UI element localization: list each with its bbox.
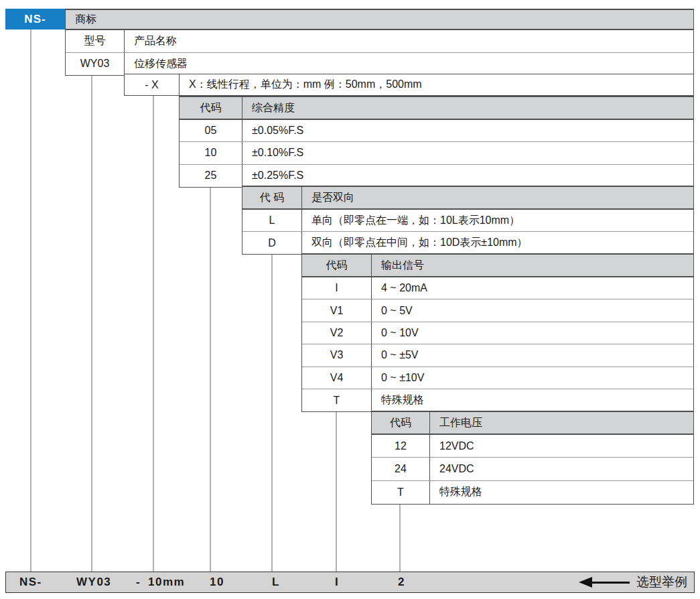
code-cell: 10	[180, 142, 242, 163]
table-row: I 4 ~ 20mA	[302, 277, 693, 300]
table-row: 型号 产品名称	[66, 30, 693, 53]
table-row: V4 0 ~ ±10V	[302, 367, 693, 389]
example-part-voltage: 2	[398, 576, 405, 589]
example-part-stroke: 10mm	[148, 576, 185, 589]
trademark-label: 商标	[75, 13, 96, 27]
selection-example-bar: NS- WY03 - 10mm 10 L I 2 选型举例	[5, 572, 695, 593]
accuracy-table: 代码 综合精度 05 ±0.05%F.S 10 ±0.10%F.S 25 ±0.…	[179, 96, 694, 188]
example-part-accuracy: 10	[210, 576, 224, 589]
accuracy-header: 综合精度	[242, 97, 693, 119]
code-cell: 25	[180, 165, 242, 187]
value-cell: 4 ~ 20mA	[372, 277, 693, 299]
code-cell: V1	[302, 300, 372, 321]
connector-line-direction	[271, 253, 273, 572]
voltage-table: 代码 工作电压 12 12VDC 24 24VDC T 特殊规格	[371, 411, 694, 505]
code-header: 代码	[302, 255, 372, 276]
table-row: 05 ±0.05%F.S	[180, 120, 693, 142]
table-row: T 特殊规格	[302, 389, 693, 411]
output-signal-table: 代码 输出信号 I 4 ~ 20mA V1 0 ~ 5V V2 0 ~ 10V …	[301, 253, 694, 412]
example-part-dash: -	[136, 576, 141, 589]
value-cell: ±0.25%F.S	[242, 165, 693, 187]
stroke-code-cell: - X	[125, 74, 180, 95]
brand-prefix-box: NS-	[5, 9, 65, 29]
stroke-desc-cell: X：线性行程，单位为：mm 例：50mm，500mm	[180, 74, 693, 95]
code-cell: D	[242, 232, 302, 254]
value-cell: 0 ~ ±5V	[372, 344, 693, 366]
trademark-cell: 商标	[65, 9, 694, 29]
table-row: V1 0 ~ 5V	[302, 300, 693, 322]
connector-line-output	[336, 410, 337, 572]
code-cell: T	[302, 389, 372, 411]
example-part-direction: L	[272, 576, 280, 589]
value-cell: 特殊规格	[372, 389, 693, 411]
example-part-output: I	[335, 576, 339, 589]
table-row: L 单向（即零点在一端，如：10L表示10mm）	[242, 210, 693, 232]
table-row: - X X：线性行程，单位为：mm 例：50mm，500mm	[125, 74, 693, 95]
value-cell: 0 ~ ±10V	[372, 367, 693, 389]
table-header-row: 代码 输出信号	[302, 255, 693, 277]
table-row: WY03 位移传感器	[66, 53, 693, 76]
ordering-code-diagram: NS- 商标 型号 产品名称 WY03 位移传感器 - X X：线性行程，单位为…	[0, 0, 700, 599]
voltage-header: 工作电压	[430, 412, 693, 434]
example-part-model: WY03	[76, 576, 111, 589]
connector-line-brand	[30, 29, 31, 572]
value-cell: 0 ~ 5V	[372, 300, 693, 321]
code-header: 代码	[372, 412, 430, 434]
code-cell: 12	[372, 435, 430, 457]
connector-line-stroke	[153, 95, 154, 572]
connector-line-accuracy	[210, 185, 211, 572]
direction-header: 是否双向	[302, 187, 693, 208]
value-cell: 双向（即零点在中间，如：10D表示±10mm）	[302, 232, 693, 254]
code-cell: V4	[302, 367, 372, 389]
code-cell: T	[372, 481, 430, 504]
table-row: 24 24VDC	[372, 458, 693, 480]
value-cell: ±0.10%F.S	[242, 142, 693, 163]
table-row: D 双向（即零点在中间，如：10D表示±10mm）	[242, 232, 693, 254]
name-col-header: 产品名称	[125, 30, 693, 52]
output-header: 输出信号	[372, 255, 693, 276]
arrow-shaft	[592, 582, 630, 584]
table-header-row: 代码 工作电压	[372, 412, 693, 435]
code-cell: I	[302, 277, 372, 299]
value-cell: ±0.05%F.S	[242, 120, 693, 141]
example-part-prefix: NS-	[19, 576, 42, 589]
table-header-row: 代 码 是否双向	[242, 187, 693, 210]
value-cell: 24VDC	[430, 458, 693, 480]
connector-line-model	[91, 73, 92, 572]
value-cell: 12VDC	[430, 435, 693, 457]
example-label: 选型举例	[636, 574, 687, 591]
brand-prefix: NS-	[24, 13, 46, 26]
code-header: 代 码	[242, 187, 302, 208]
connector-line-voltage	[399, 503, 401, 572]
left-arrow-icon	[579, 577, 592, 588]
table-row: 12 12VDC	[372, 435, 693, 458]
table-row: 25 ±0.25%F.S	[180, 165, 693, 187]
code-cell: 24	[372, 458, 430, 480]
product-name-cell: 位移传感器	[125, 53, 693, 76]
value-cell: 特殊规格	[430, 481, 693, 504]
table-row: V3 0 ~ ±5V	[302, 344, 693, 367]
table-row: V2 0 ~ 10V	[302, 322, 693, 344]
code-cell: V3	[302, 344, 372, 366]
table-row: T 特殊规格	[372, 481, 693, 504]
stroke-table: - X X：线性行程，单位为：mm 例：50mm，500mm	[124, 74, 694, 96]
code-cell: L	[242, 210, 302, 231]
code-cell: V2	[302, 322, 372, 344]
code-header: 代码	[180, 97, 242, 119]
model-col-header: 型号	[66, 30, 125, 52]
table-header-row: 代码 综合精度	[180, 97, 693, 120]
value-cell: 单向（即零点在一端，如：10L表示10mm）	[302, 210, 693, 231]
model-table: 型号 产品名称 WY03 位移传感器	[65, 29, 694, 76]
code-cell: 05	[180, 120, 242, 141]
direction-table: 代 码 是否双向 L 单向（即零点在一端，如：10L表示10mm） D 双向（即…	[242, 186, 694, 255]
example-pointer: 选型举例	[579, 574, 687, 591]
table-row: 10 ±0.10%F.S	[180, 142, 693, 164]
model-code-cell: WY03	[66, 53, 125, 76]
value-cell: 0 ~ 10V	[372, 322, 693, 344]
